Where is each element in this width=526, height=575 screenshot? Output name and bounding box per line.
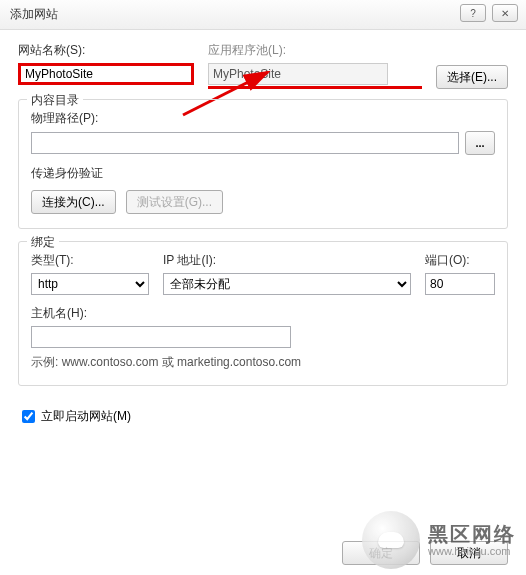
content-dir-title: 内容目录 <box>27 92 83 109</box>
ok-button[interactable]: 确定 <box>342 541 420 565</box>
app-pool-input <box>208 63 388 85</box>
browse-button[interactable]: ... <box>465 131 495 155</box>
content-dir-group: 内容目录 物理路径(P): ... 传递身份验证 连接为(C)... 测试设置(… <box>18 99 508 229</box>
select-pool-button[interactable]: 选择(E)... <box>436 65 508 89</box>
close-icon[interactable]: ✕ <box>492 4 518 22</box>
auth-label: 传递身份验证 <box>31 165 495 182</box>
app-pool-label: 应用程序池(L): <box>208 42 422 59</box>
ip-select[interactable]: 全部未分配 <box>163 273 411 295</box>
connect-as-button[interactable]: 连接为(C)... <box>31 190 116 214</box>
port-label: 端口(O): <box>425 252 495 269</box>
type-label: 类型(T): <box>31 252 149 269</box>
help-icon[interactable]: ? <box>460 4 486 22</box>
physical-path-label: 物理路径(P): <box>31 110 495 127</box>
titlebar: 添加网站 ? ✕ <box>0 0 526 30</box>
binding-group: 绑定 类型(T): http IP 地址(I): 全部未分配 端口(O): 主机… <box>18 241 508 386</box>
binding-title: 绑定 <box>27 234 59 251</box>
type-select[interactable]: http <box>31 273 149 295</box>
physical-path-input[interactable] <box>31 132 459 154</box>
site-name-input[interactable] <box>18 63 194 85</box>
window-title: 添加网站 <box>10 6 58 23</box>
start-now-label: 立即启动网站(M) <box>41 408 131 425</box>
test-settings-button: 测试设置(G)... <box>126 190 223 214</box>
host-label: 主机名(H): <box>31 305 495 322</box>
site-name-label: 网站名称(S): <box>18 42 194 59</box>
start-now-checkbox[interactable] <box>22 410 35 423</box>
host-example: 示例: www.contoso.com 或 marketing.contoso.… <box>31 354 495 371</box>
ip-label: IP 地址(I): <box>163 252 411 269</box>
host-input[interactable] <box>31 326 291 348</box>
port-input[interactable] <box>425 273 495 295</box>
cancel-button[interactable]: 取消 <box>430 541 508 565</box>
